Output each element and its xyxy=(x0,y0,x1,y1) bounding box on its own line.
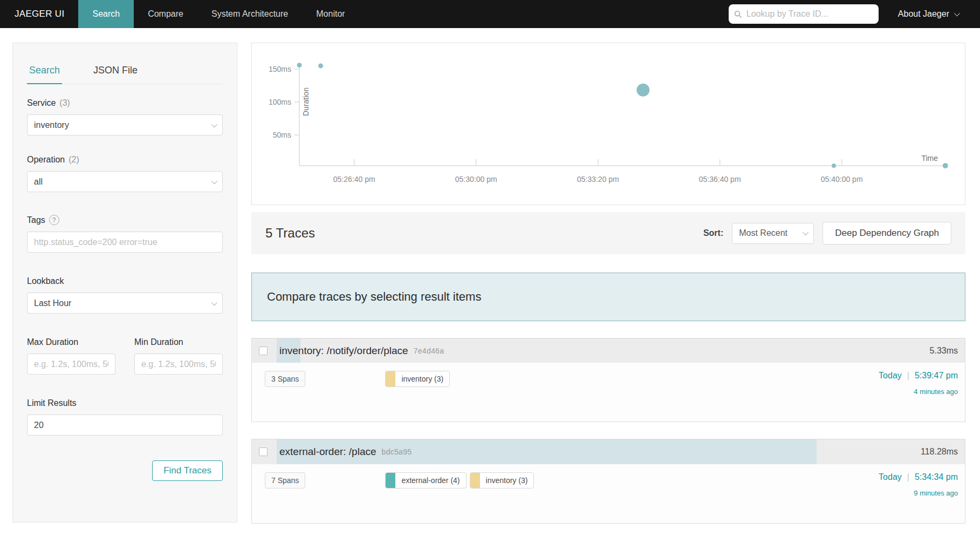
duration-scatter-plot[interactable]: 150ms100ms50ms05:26:40 pm05:30:00 pm05:3… xyxy=(252,43,965,205)
operation-count: (2) xyxy=(68,155,79,165)
max-duration-label: Max Duration xyxy=(27,337,115,347)
service-color-block xyxy=(470,473,480,488)
compare-banner: Compare traces by selecting result items xyxy=(251,273,965,321)
service-count: (3) xyxy=(59,98,70,108)
y-tick-label: 150ms xyxy=(269,65,291,73)
min-duration-input[interactable] xyxy=(141,359,216,369)
trace-result-card: external-order: /place bdc5a95 118.28ms … xyxy=(251,439,965,524)
tags-input[interactable] xyxy=(34,238,216,247)
service-chip: inventory (3) xyxy=(385,371,450,387)
span-count-chip: 7 Spans xyxy=(265,472,305,488)
chevron-down-icon xyxy=(211,121,217,127)
service-label: Service (3) xyxy=(27,98,223,108)
separator: | xyxy=(907,371,909,381)
operation-select[interactable]: all xyxy=(27,171,223,192)
service-select-value: inventory xyxy=(34,120,69,130)
app-brand: JAEGER UI xyxy=(0,0,78,28)
trace-id: bdc5a95 xyxy=(382,447,412,456)
service-color-block xyxy=(386,371,395,386)
compare-banner-text: Compare traces by selecting result items xyxy=(267,290,481,304)
trace-title: inventory: /notify/order/place xyxy=(279,345,408,357)
tags-label: Tags ? xyxy=(27,215,223,225)
nav-item-system-architecture[interactable]: System Architecture xyxy=(197,0,302,28)
nav-item-compare[interactable]: Compare xyxy=(134,0,197,28)
x-tick-label: 05:40:00 pm xyxy=(821,175,863,184)
lookback-select-value: Last Hour xyxy=(34,298,71,308)
tab-search[interactable]: Search xyxy=(27,59,62,84)
top-navbar: JAEGER UI Search Compare System Architec… xyxy=(0,0,980,28)
service-chip-label: inventory (3) xyxy=(480,473,534,488)
tags-field xyxy=(27,232,223,253)
deep-dependency-graph-button[interactable]: Deep Dependency Graph xyxy=(823,222,951,245)
scatter-point[interactable] xyxy=(832,164,836,168)
about-jaeger-menu[interactable]: About Jaeger xyxy=(892,0,980,28)
separator: | xyxy=(907,472,909,482)
trace-relative-time: 9 minutes ago xyxy=(914,489,958,497)
sort-select-value: Most Recent xyxy=(739,228,787,238)
max-duration-field xyxy=(27,354,115,375)
sort-label: Sort: xyxy=(703,228,723,238)
duration-scatter-card: 150ms100ms50ms05:26:40 pm05:30:00 pm05:3… xyxy=(251,43,965,205)
scatter-point[interactable] xyxy=(636,84,649,97)
trace-time: 5:34:34 pm xyxy=(915,472,958,482)
limit-results-label: Limit Results xyxy=(27,398,223,408)
about-jaeger-label: About Jaeger xyxy=(898,9,949,19)
trace-count: 5 Traces xyxy=(265,226,315,241)
chevron-down-icon xyxy=(803,229,808,235)
service-chip-label: external-order (4) xyxy=(395,473,465,488)
nav-item-monitor[interactable]: Monitor xyxy=(302,0,359,28)
scatter-point[interactable] xyxy=(318,63,323,68)
trace-duration: 5.33ms xyxy=(930,346,958,356)
y-tick-label: 50ms xyxy=(273,131,291,139)
lookback-select[interactable]: Last Hour xyxy=(27,293,223,314)
limit-results-field xyxy=(27,415,223,436)
scatter-point[interactable] xyxy=(297,63,302,67)
trace-header-link[interactable]: external-order: /place bdc5a95 118.28ms xyxy=(252,439,965,464)
span-count-chip: 3 Spans xyxy=(265,371,305,387)
operation-select-value: all xyxy=(34,177,43,187)
trace-day: Today xyxy=(879,371,902,381)
sidebar-tabs: Search JSON File xyxy=(27,59,223,84)
trace-title: external-order: /place xyxy=(279,446,376,458)
trace-duration: 118.28ms xyxy=(921,447,958,457)
trace-body: 3 Spans inventory (3) Today | 5:39:47 pm… xyxy=(252,363,965,422)
min-duration-label: Min Duration xyxy=(134,337,223,347)
limit-results-input[interactable] xyxy=(34,420,216,430)
trace-time: 5:39:47 pm xyxy=(915,371,958,381)
search-icon xyxy=(734,10,742,18)
service-select[interactable]: inventory xyxy=(27,114,223,135)
find-traces-button[interactable]: Find Traces xyxy=(152,460,223,481)
trace-relative-time: 4 minutes ago xyxy=(914,388,958,396)
nav-item-search[interactable]: Search xyxy=(78,0,134,28)
x-tick-label: 05:33:20 pm xyxy=(577,175,619,184)
trace-header-link[interactable]: inventory: /notify/order/place 7e4d46a 5… xyxy=(252,338,965,363)
nav-spacer xyxy=(359,0,729,28)
trace-checkbox[interactable] xyxy=(259,447,268,456)
max-duration-input[interactable] xyxy=(34,359,108,369)
help-icon[interactable]: ? xyxy=(49,215,59,225)
sort-select[interactable]: Most Recent xyxy=(732,223,814,244)
min-duration-field xyxy=(134,354,223,375)
service-chip: external-order (4) xyxy=(385,472,466,488)
trace-day: Today xyxy=(879,472,902,482)
results-main: 150ms100ms50ms05:26:40 pm05:30:00 pm05:3… xyxy=(251,43,965,524)
trace-result-card: inventory: /notify/order/place 7e4d46a 5… xyxy=(251,338,965,422)
trace-lookup-input[interactable] xyxy=(746,9,873,19)
trace-timestamp: Today | 5:34:34 pm 9 minutes ago xyxy=(879,472,958,515)
x-tick-label: 05:36:40 pm xyxy=(699,175,741,184)
results-header: 5 Traces Sort: Most Recent Deep Dependen… xyxy=(251,212,965,254)
chevron-down-icon xyxy=(211,299,217,305)
chevron-down-icon xyxy=(211,178,217,184)
service-chip: inventory (3) xyxy=(470,472,534,488)
tab-json-file[interactable]: JSON File xyxy=(91,59,140,84)
trace-lookup-box xyxy=(729,4,879,24)
x-tick-label: 05:30:00 pm xyxy=(455,175,497,184)
search-sidebar: Search JSON File Service (3) inventory O… xyxy=(12,43,237,523)
trace-timestamp: Today | 5:39:47 pm 4 minutes ago xyxy=(879,371,958,413)
service-chips: inventory (3) xyxy=(385,371,450,413)
y-tick-label: 100ms xyxy=(269,98,291,106)
service-chips: external-order (4) inventory (3) xyxy=(385,472,534,515)
scatter-point[interactable] xyxy=(943,163,948,168)
x-axis-title: Time xyxy=(921,154,938,162)
trace-checkbox[interactable] xyxy=(259,347,268,355)
